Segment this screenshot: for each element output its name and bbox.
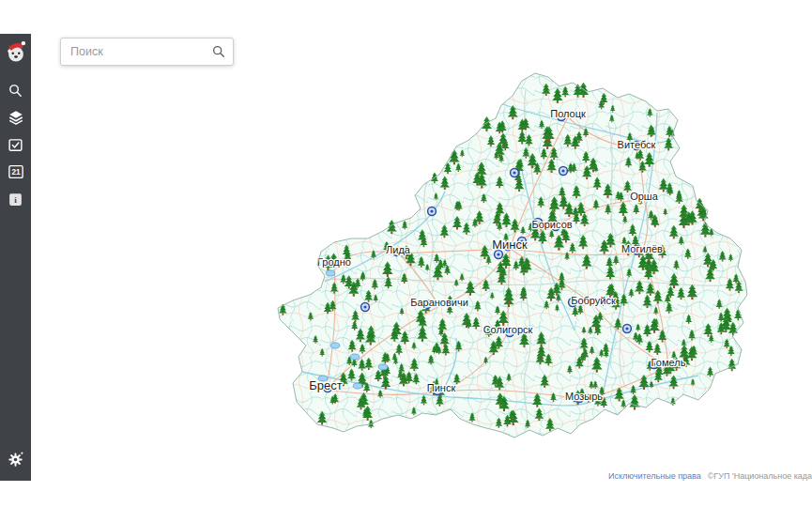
city-label: Полоцк [550,108,586,119]
city-label: Пинск [427,382,456,393]
attribution-bar: Исключительные права©ГУП 'Национальное к… [608,469,812,483]
app-window: ПолоцкВитебскОршаБорисовМинскЛидаГродноМ… [0,0,812,507]
search-icon [211,44,226,59]
city-label: Витебск [618,139,656,150]
calendar-21-icon: 21 [8,163,24,180]
app-logo[interactable] [2,37,30,67]
city-label: Могилёв [621,243,663,254]
gear-icon [7,451,24,469]
sidebar-item-settings[interactable] [0,447,31,471]
water-icon [378,364,388,370]
city-label: Солигорск [483,324,533,335]
info-label: i [14,195,17,205]
city-label: Лида [386,244,411,255]
water-icon [350,354,360,360]
city-marker-icon[interactable] [361,303,370,312]
city-label: Гомель [651,357,686,368]
city-label: Барановичи [410,297,468,308]
exclusive-rights-link[interactable]: Исключительные права [608,471,701,481]
sidebar-item-year-21[interactable]: 21 [0,160,31,184]
city-label: Гродно [317,256,351,268]
city-label: Борисов [531,219,572,230]
water-icon [330,343,340,348]
sidebar: 21 i [0,34,31,481]
city-marker-icon[interactable] [511,169,519,177]
sparkle-icon [21,451,23,453]
city-marker-icon[interactable] [623,325,632,333]
water-icon [353,383,362,389]
sidebar-item-search[interactable] [0,78,31,102]
city-label: Бобруйск [571,295,616,306]
map-canvas[interactable]: ПолоцкВитебскОршаБорисовМинскЛидаГродноМ… [0,0,812,507]
search-submit-button[interactable] [205,38,233,65]
water-icon [326,270,335,276]
copyright-text: ©ГУП 'Национальное кадастровое агентст [708,471,812,481]
search-icon [8,83,23,99]
city-marker-icon[interactable] [559,167,568,176]
search-box[interactable] [60,38,234,66]
city-marker-icon[interactable] [428,207,437,216]
sidebar-item-layers[interactable] [0,105,31,130]
city-label: Минск [492,238,528,252]
layers-icon [8,109,24,126]
nca-santa-logo-icon [4,38,28,64]
calendar-21-label: 21 [11,168,21,177]
city-label: Брест [309,378,342,392]
city-label: Мозырь [565,391,603,402]
search-input[interactable] [61,38,205,65]
city-label: Орша [630,191,658,202]
sidebar-item-info[interactable]: i [0,187,31,211]
info-icon: i [8,192,23,207]
sidebar-item-cadastre[interactable] [0,132,31,157]
map-check-icon [8,137,23,153]
